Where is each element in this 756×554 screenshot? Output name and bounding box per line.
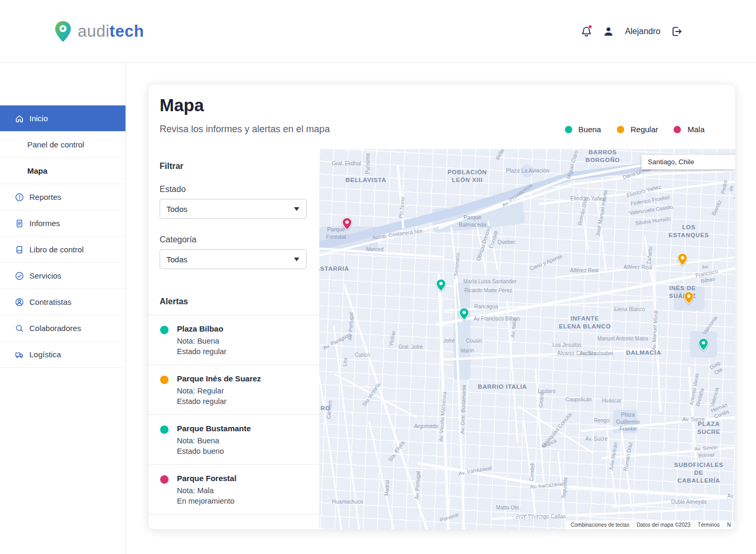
bell-icon[interactable] [581, 26, 592, 37]
estado-select[interactable]: Todos [160, 199, 307, 219]
mapa-card: Mapa Revisa los informes y alertas en el… [149, 85, 735, 529]
map-attribution-text: Datos del mapa ©2023 [637, 522, 690, 528]
categoria-label: Categoría [160, 235, 196, 244]
status-dot [160, 376, 169, 384]
sidebar-item-label: Informes [29, 219, 60, 228]
sidebar: Inicio Panel de control Mapa Reportes In… [0, 63, 126, 554]
truck-icon [15, 350, 24, 359]
map-pin-regular[interactable] [684, 291, 694, 305]
map-pin-buena[interactable] [698, 338, 709, 351]
logout-icon[interactable] [671, 26, 682, 37]
sidebar-item-label: Logística [29, 350, 61, 359]
categoria-select[interactable]: Todas [160, 249, 307, 269]
header-actions: Alejandro [581, 26, 682, 37]
document-icon [15, 219, 24, 228]
alert-item-parque-ines-de-suarez[interactable]: Parque Inés de Suarez Nota: Regular Esta… [149, 365, 319, 415]
sidebar-item-servicios[interactable]: Servicios [0, 263, 125, 289]
sidebar-item-label: Inicio [29, 114, 48, 123]
main-content: Mapa Revisa los informes y alertas en el… [126, 63, 756, 554]
sidebar-item-label: Reportes [29, 193, 61, 201]
sidebar-item-label: Panel de control [27, 140, 84, 149]
sidebar-item-inicio[interactable]: Inicio [0, 105, 125, 132]
chevron-down-icon [294, 258, 299, 261]
status-dot [160, 326, 169, 334]
alert-estado: En mejoramiento [177, 496, 311, 506]
alert-name: Parque Forestal [177, 474, 311, 483]
map-attribution-link[interactable]: Términos [698, 522, 720, 528]
alert-estado: Estado regular [177, 396, 311, 407]
legend-item-buena: Buena [565, 125, 601, 134]
alert-nota: Nota: Regular [177, 386, 311, 396]
legend-item-regular: Regular [617, 125, 658, 134]
alerts-title: Alertas [160, 297, 188, 306]
alert-circle-icon [15, 193, 24, 202]
map-pins-layer [319, 149, 735, 529]
estado-label: Estado [160, 185, 186, 194]
pin-logo-icon [54, 20, 72, 43]
logo-text: auditech [78, 22, 144, 41]
home-icon [15, 114, 24, 123]
map-canvas[interactable]: BARROS BORGOÑOPOBLACIÓN LEÓN XIIIBELLAVI… [319, 149, 735, 529]
alert-nota: Nota: Buena [177, 336, 311, 346]
alert-estado: Estado bueno [177, 446, 311, 456]
alert-nota: Nota: Mala [177, 485, 311, 496]
sidebar-item-label: Colaboradores [29, 324, 81, 333]
sidebar-item-logistica[interactable]: Logística [0, 342, 125, 368]
book-icon [15, 245, 24, 254]
sidebar-item-informes[interactable]: Informes [0, 210, 125, 237]
user-name[interactable]: Alejandro [625, 27, 660, 36]
map-search-box[interactable]: Santiago, Chile [642, 155, 735, 169]
app-header: auditech Alejandro [0, 0, 756, 63]
alert-name: Parque Inés de Suarez [177, 374, 311, 383]
chevron-down-icon [294, 207, 299, 211]
alert-name: Plaza Bilbao [177, 324, 311, 333]
map-pin-buena[interactable] [436, 279, 446, 292]
map-pin-regular[interactable] [677, 253, 688, 267]
alert-item-parque-forestal[interactable]: Parque Forestal Nota: Mala En mejoramien… [149, 465, 319, 515]
status-dot [160, 475, 169, 484]
legend-item-mala: Mala [674, 125, 705, 134]
logo[interactable]: auditech [54, 20, 144, 43]
sidebar-item-label: Libro de control [29, 245, 83, 254]
alert-list: Plaza Bilbao Nota: Buena Estado regular … [149, 315, 319, 515]
status-legend: Buena Regular Mala [565, 125, 705, 134]
search-icon [15, 324, 24, 333]
user-circle-icon [15, 297, 24, 307]
filter-title: Filtrar [160, 162, 183, 171]
sidebar-item-label: Servicios [29, 271, 61, 280]
user-icon[interactable] [603, 26, 614, 37]
legend-dot-buena [565, 126, 572, 133]
legend-label: Mala [687, 125, 705, 134]
sidebar-item-mapa[interactable]: Mapa [0, 158, 125, 184]
map-attribution-link[interactable]: Combinaciones de teclas [571, 522, 629, 528]
map-pin-buena[interactable] [459, 307, 469, 321]
map-pin-mala[interactable] [342, 217, 352, 231]
legend-label: Buena [579, 125, 601, 134]
sidebar-item-label: Mapa [27, 166, 47, 175]
page-subtitle: Revisa los informes y alertas en el mapa [160, 124, 330, 135]
categoria-select-value: Todas [166, 255, 187, 264]
sidebar-item-label: Contratistas [29, 297, 71, 306]
legend-dot-regular [617, 126, 624, 133]
alert-nota: Nota: Buena [177, 435, 311, 446]
sidebar-item-contratistas[interactable]: Contratistas [0, 289, 125, 315]
notification-badge [588, 25, 592, 29]
sidebar-item-reportes[interactable]: Reportes [0, 184, 125, 210]
legend-label: Regular [631, 125, 658, 134]
sidebar-item-colaboradores[interactable]: Colaboradores [0, 315, 125, 342]
estado-select-value: Todos [166, 205, 187, 214]
legend-dot-mala [674, 126, 681, 133]
page-title: Mapa [160, 95, 204, 115]
sidebar-item-panel-de-control[interactable]: Panel de control [0, 132, 125, 158]
map-attribution-link[interactable]: N [727, 522, 731, 528]
status-dot [160, 425, 169, 434]
alert-item-parque-bustamante[interactable]: Parque Bustamante Nota: Buena Estado bue… [149, 415, 319, 465]
map-attribution: Combinaciones de teclasDatos del mapa ©2… [566, 520, 735, 529]
alert-name: Parque Bustamante [177, 424, 311, 433]
alert-item-plaza-bilbao[interactable]: Plaza Bilbao Nota: Buena Estado regular [149, 315, 319, 365]
google-watermark: Google [513, 513, 542, 521]
sidebar-item-libro-de-control[interactable]: Libro de control [0, 237, 125, 263]
filter-panel: Filtrar Estado Todos Categoría Todas Ale… [149, 149, 319, 529]
alert-estado: Estado regular [177, 346, 311, 357]
check-circle-icon [15, 271, 24, 281]
